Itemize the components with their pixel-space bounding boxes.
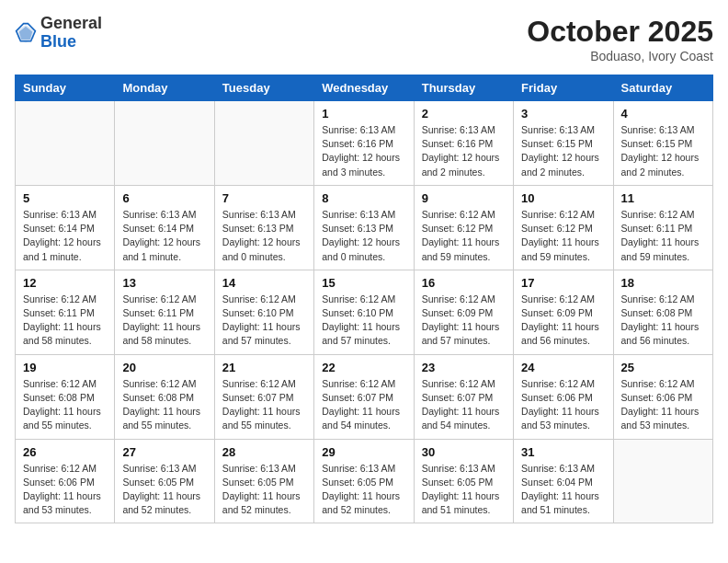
day-number: 29 bbox=[322, 445, 405, 459]
day-info: Sunrise: 6:13 AM Sunset: 6:05 PM Dayligh… bbox=[222, 462, 306, 518]
calendar-cell bbox=[16, 101, 115, 186]
day-info: Sunrise: 6:12 AM Sunset: 6:10 PM Dayligh… bbox=[322, 293, 405, 349]
calendar-cell: 17Sunrise: 6:12 AM Sunset: 6:09 PM Dayli… bbox=[514, 270, 613, 354]
day-number: 13 bbox=[122, 276, 206, 290]
calendar-cell: 6Sunrise: 6:13 AM Sunset: 6:14 PM Daylig… bbox=[115, 185, 214, 270]
calendar-cell: 13Sunrise: 6:12 AM Sunset: 6:11 PM Dayli… bbox=[115, 270, 214, 354]
day-info: Sunrise: 6:12 AM Sunset: 6:09 PM Dayligh… bbox=[422, 293, 506, 349]
day-number: 31 bbox=[521, 445, 605, 459]
day-number: 27 bbox=[122, 445, 206, 459]
day-number: 12 bbox=[23, 276, 107, 290]
day-number: 5 bbox=[23, 191, 107, 205]
calendar-week-1: 1Sunrise: 6:13 AM Sunset: 6:16 PM Daylig… bbox=[16, 101, 713, 186]
day-number: 25 bbox=[621, 361, 705, 374]
calendar-cell: 22Sunrise: 6:12 AM Sunset: 6:07 PM Dayli… bbox=[314, 354, 414, 439]
day-number: 19 bbox=[23, 361, 107, 374]
day-number: 30 bbox=[422, 445, 506, 459]
calendar-cell: 21Sunrise: 6:12 AM Sunset: 6:07 PM Dayli… bbox=[214, 354, 313, 439]
day-number: 8 bbox=[322, 191, 405, 205]
day-number: 18 bbox=[621, 276, 705, 290]
day-info: Sunrise: 6:12 AM Sunset: 6:09 PM Dayligh… bbox=[521, 293, 605, 349]
calendar-cell: 31Sunrise: 6:13 AM Sunset: 6:04 PM Dayli… bbox=[514, 439, 613, 523]
calendar-cell: 24Sunrise: 6:12 AM Sunset: 6:06 PM Dayli… bbox=[514, 354, 613, 439]
calendar-cell: 12Sunrise: 6:12 AM Sunset: 6:11 PM Dayli… bbox=[16, 270, 115, 354]
day-number: 16 bbox=[422, 276, 506, 290]
day-number: 23 bbox=[422, 361, 506, 374]
calendar-week-2: 5Sunrise: 6:13 AM Sunset: 6:14 PM Daylig… bbox=[16, 185, 713, 270]
day-number: 15 bbox=[322, 276, 405, 290]
day-number: 3 bbox=[521, 107, 605, 121]
day-info: Sunrise: 6:12 AM Sunset: 6:11 PM Dayligh… bbox=[122, 293, 206, 349]
calendar-cell: 9Sunrise: 6:12 AM Sunset: 6:12 PM Daylig… bbox=[414, 185, 513, 270]
day-number: 26 bbox=[23, 445, 107, 459]
calendar-cell: 30Sunrise: 6:13 AM Sunset: 6:05 PM Dayli… bbox=[414, 439, 513, 523]
day-info: Sunrise: 6:13 AM Sunset: 6:16 PM Dayligh… bbox=[322, 123, 405, 179]
calendar-cell: 1Sunrise: 6:13 AM Sunset: 6:16 PM Daylig… bbox=[314, 101, 414, 186]
day-number: 14 bbox=[222, 276, 306, 290]
weekday-header-friday: Friday bbox=[514, 75, 613, 101]
calendar-cell: 2Sunrise: 6:13 AM Sunset: 6:16 PM Daylig… bbox=[414, 101, 513, 186]
day-info: Sunrise: 6:13 AM Sunset: 6:04 PM Dayligh… bbox=[521, 462, 605, 518]
calendar-cell: 19Sunrise: 6:12 AM Sunset: 6:08 PM Dayli… bbox=[16, 354, 115, 439]
calendar-cell bbox=[214, 101, 313, 186]
calendar-week-5: 26Sunrise: 6:12 AM Sunset: 6:06 PM Dayli… bbox=[16, 439, 713, 523]
day-info: Sunrise: 6:13 AM Sunset: 6:14 PM Dayligh… bbox=[122, 208, 206, 264]
day-info: Sunrise: 6:13 AM Sunset: 6:15 PM Dayligh… bbox=[621, 123, 705, 179]
calendar-cell: 28Sunrise: 6:13 AM Sunset: 6:05 PM Dayli… bbox=[214, 439, 313, 523]
day-info: Sunrise: 6:12 AM Sunset: 6:11 PM Dayligh… bbox=[23, 293, 107, 349]
day-number: 17 bbox=[521, 276, 605, 290]
calendar-cell: 29Sunrise: 6:13 AM Sunset: 6:05 PM Dayli… bbox=[314, 439, 414, 523]
day-info: Sunrise: 6:12 AM Sunset: 6:06 PM Dayligh… bbox=[521, 377, 605, 433]
day-number: 28 bbox=[222, 445, 306, 459]
day-number: 10 bbox=[521, 191, 605, 205]
calendar-cell: 16Sunrise: 6:12 AM Sunset: 6:09 PM Dayli… bbox=[414, 270, 513, 354]
day-info: Sunrise: 6:13 AM Sunset: 6:05 PM Dayligh… bbox=[422, 462, 506, 518]
day-info: Sunrise: 6:13 AM Sunset: 6:14 PM Dayligh… bbox=[23, 208, 107, 264]
day-number: 6 bbox=[122, 191, 206, 205]
day-number: 7 bbox=[222, 191, 306, 205]
day-number: 9 bbox=[422, 191, 506, 205]
calendar-cell: 7Sunrise: 6:13 AM Sunset: 6:13 PM Daylig… bbox=[214, 185, 313, 270]
day-info: Sunrise: 6:12 AM Sunset: 6:10 PM Dayligh… bbox=[222, 293, 306, 349]
day-number: 22 bbox=[322, 361, 405, 374]
calendar-cell: 26Sunrise: 6:12 AM Sunset: 6:06 PM Dayli… bbox=[16, 439, 115, 523]
logo-icon bbox=[15, 22, 37, 44]
calendar-cell: 14Sunrise: 6:12 AM Sunset: 6:10 PM Dayli… bbox=[214, 270, 313, 354]
day-info: Sunrise: 6:12 AM Sunset: 6:06 PM Dayligh… bbox=[23, 462, 107, 518]
day-info: Sunrise: 6:12 AM Sunset: 6:12 PM Dayligh… bbox=[521, 208, 605, 264]
day-info: Sunrise: 6:13 AM Sunset: 6:05 PM Dayligh… bbox=[322, 462, 405, 518]
day-info: Sunrise: 6:12 AM Sunset: 6:08 PM Dayligh… bbox=[122, 377, 206, 433]
logo-blue-text: Blue bbox=[40, 32, 76, 51]
day-info: Sunrise: 6:12 AM Sunset: 6:07 PM Dayligh… bbox=[322, 377, 405, 433]
day-info: Sunrise: 6:12 AM Sunset: 6:07 PM Dayligh… bbox=[422, 377, 506, 433]
day-number: 2 bbox=[422, 107, 506, 121]
calendar-cell: 27Sunrise: 6:13 AM Sunset: 6:05 PM Dayli… bbox=[115, 439, 214, 523]
calendar-cell: 4Sunrise: 6:13 AM Sunset: 6:15 PM Daylig… bbox=[613, 101, 712, 186]
calendar-cell: 11Sunrise: 6:12 AM Sunset: 6:11 PM Dayli… bbox=[613, 185, 712, 270]
calendar-cell: 25Sunrise: 6:12 AM Sunset: 6:06 PM Dayli… bbox=[613, 354, 712, 439]
weekday-header-wednesday: Wednesday bbox=[314, 75, 414, 101]
calendar-cell: 18Sunrise: 6:12 AM Sunset: 6:08 PM Dayli… bbox=[613, 270, 712, 354]
weekday-header-saturday: Saturday bbox=[613, 75, 712, 101]
weekday-header-sunday: Sunday bbox=[16, 75, 115, 101]
calendar-week-3: 12Sunrise: 6:12 AM Sunset: 6:11 PM Dayli… bbox=[16, 270, 713, 354]
day-info: Sunrise: 6:12 AM Sunset: 6:11 PM Dayligh… bbox=[621, 208, 705, 264]
month-title: October 2025 bbox=[527, 15, 713, 49]
day-info: Sunrise: 6:13 AM Sunset: 6:15 PM Dayligh… bbox=[521, 123, 605, 179]
weekday-header-monday: Monday bbox=[115, 75, 214, 101]
page-header: General Blue October 2025 Boduaso, Ivory… bbox=[15, 15, 713, 63]
logo-general-text: General bbox=[40, 14, 102, 32]
calendar-cell: 10Sunrise: 6:12 AM Sunset: 6:12 PM Dayli… bbox=[514, 185, 613, 270]
location-text: Boduaso, Ivory Coast bbox=[527, 49, 713, 63]
calendar-cell: 3Sunrise: 6:13 AM Sunset: 6:15 PM Daylig… bbox=[514, 101, 613, 186]
calendar-cell: 15Sunrise: 6:12 AM Sunset: 6:10 PM Dayli… bbox=[314, 270, 414, 354]
calendar-table: SundayMondayTuesdayWednesdayThursdayFrid… bbox=[15, 75, 713, 523]
logo: General Blue bbox=[15, 15, 102, 52]
day-info: Sunrise: 6:13 AM Sunset: 6:13 PM Dayligh… bbox=[222, 208, 306, 264]
day-info: Sunrise: 6:13 AM Sunset: 6:16 PM Dayligh… bbox=[422, 123, 506, 179]
day-info: Sunrise: 6:12 AM Sunset: 6:12 PM Dayligh… bbox=[422, 208, 506, 264]
calendar-cell: 20Sunrise: 6:12 AM Sunset: 6:08 PM Dayli… bbox=[115, 354, 214, 439]
title-block: October 2025 Boduaso, Ivory Coast bbox=[527, 15, 713, 63]
calendar-cell: 5Sunrise: 6:13 AM Sunset: 6:14 PM Daylig… bbox=[16, 185, 115, 270]
calendar-cell bbox=[613, 439, 712, 523]
